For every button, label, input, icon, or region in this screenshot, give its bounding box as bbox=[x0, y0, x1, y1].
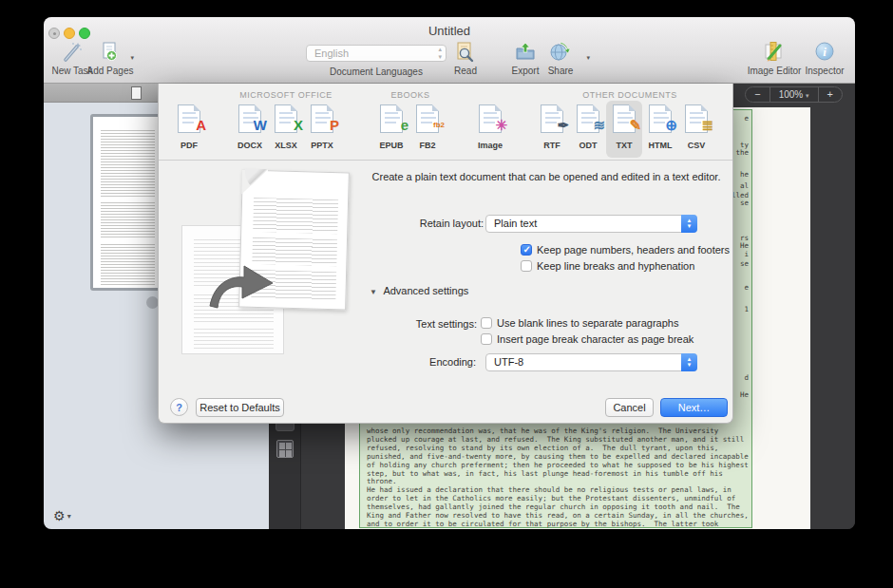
help-button[interactable]: ? bbox=[170, 398, 188, 416]
epub-glyph-icon: e bbox=[401, 118, 408, 132]
format-label: Image bbox=[472, 141, 508, 150]
convert-arrow-icon bbox=[204, 256, 280, 313]
format-label: ODT bbox=[570, 141, 606, 150]
format-docx[interactable]: WDOCX bbox=[232, 101, 268, 158]
pages-tab-icon[interactable] bbox=[131, 86, 142, 100]
format-pptx[interactable]: PPPTX bbox=[304, 101, 340, 158]
cancel-button[interactable]: Cancel bbox=[605, 398, 654, 417]
image-glyph-icon: ✳ bbox=[495, 118, 507, 132]
page-thumbnail[interactable] bbox=[90, 114, 162, 291]
category-microsoft-office: MICROSOFT OFFICE bbox=[229, 90, 343, 100]
format-epub[interactable]: eEPUB bbox=[373, 101, 409, 158]
ocr-text-fragment: i bbox=[744, 250, 749, 258]
format-label: EPUB bbox=[373, 141, 409, 150]
document-page-icon bbox=[380, 104, 403, 133]
read-label: Read bbox=[432, 66, 499, 76]
divider bbox=[159, 160, 732, 161]
format-label: DOCX bbox=[232, 141, 268, 150]
zoom-control: − 100% ▾ + bbox=[745, 86, 843, 103]
share-label: Share bbox=[527, 66, 594, 76]
ocr-text: whose only recommendation was, that he w… bbox=[367, 427, 749, 529]
app-window: Untitled New Task bbox=[44, 17, 855, 529]
thumbnail-text-block bbox=[101, 202, 155, 238]
format-fb2[interactable]: fb2FB2 bbox=[409, 101, 446, 158]
language-select[interactable]: English ▴▾ bbox=[306, 45, 446, 62]
format-label: TXT bbox=[606, 141, 642, 150]
pdf-glyph-icon: A bbox=[196, 118, 206, 132]
text-settings-label: Text settings: bbox=[344, 318, 477, 330]
zoom-in-button[interactable]: + bbox=[819, 87, 842, 102]
ocr-text-fragment: he bbox=[740, 170, 749, 179]
add-pages-label: Add Pages bbox=[77, 66, 143, 76]
ocr-text-fragment: He bbox=[740, 241, 749, 250]
fb2-glyph-icon: fb2 bbox=[433, 118, 445, 132]
ocr-text-fragment: He bbox=[740, 390, 749, 399]
format-rtf[interactable]: ✒RTF bbox=[534, 101, 570, 158]
ocr-text-fragment: al bbox=[740, 181, 749, 190]
popup-stepper-icon: ▲▼ bbox=[681, 215, 697, 233]
inspector-button[interactable]: i Inspector bbox=[791, 41, 855, 76]
advanced-settings-disclosure[interactable]: ▼ Advanced settings bbox=[370, 285, 468, 296]
page-break-checkbox[interactable]: Insert page break character as page brea… bbox=[481, 333, 694, 345]
zoom-level-button[interactable]: 100% ▾ bbox=[770, 87, 819, 102]
inspector-label: Inspector bbox=[791, 66, 855, 76]
ocr-text-fragment: se bbox=[740, 259, 749, 268]
retain-layout-label: Retain layout: bbox=[351, 218, 484, 229]
format-odt[interactable]: ≋ODT bbox=[570, 101, 606, 158]
rtf-glyph-icon: ✒ bbox=[557, 118, 569, 132]
ocr-text-fragment: se bbox=[740, 199, 749, 207]
zoom-out-button[interactable]: − bbox=[746, 87, 769, 102]
checkbox-unchecked-icon bbox=[481, 333, 492, 345]
grid-tool-icon[interactable] bbox=[276, 440, 294, 458]
share-globe-icon: ▾ bbox=[527, 41, 594, 64]
format-pdf[interactable]: APDF bbox=[171, 101, 207, 158]
read-button[interactable]: Read bbox=[432, 41, 499, 76]
reset-defaults-button[interactable]: Reset to Defaults bbox=[196, 398, 284, 417]
format-row: APDFWDOCXXXLSXPPPTXeEPUBfb2FB2✳Image✒RTF… bbox=[171, 101, 714, 158]
format-image[interactable]: ✳Image bbox=[472, 101, 508, 158]
txt-glyph-icon: ✎ bbox=[629, 118, 641, 132]
next-button[interactable]: Next… bbox=[660, 398, 728, 417]
blank-lines-checkbox[interactable]: Use blank lines to separate paragraphs bbox=[481, 317, 678, 329]
format-html[interactable]: ⊕HTML bbox=[642, 101, 678, 158]
thumbnail-text-block bbox=[101, 130, 155, 197]
format-label: XLSX bbox=[268, 141, 304, 150]
ocr-text-fragment: e bbox=[744, 283, 749, 292]
format-txt[interactable]: ✎TXT bbox=[606, 101, 642, 158]
ocr-text-fragment: 1 bbox=[744, 305, 749, 313]
export-dialog: MICROSOFT OFFICE EBOOKS OTHER DOCUMENTS … bbox=[158, 84, 733, 424]
category-ebooks: EBOOKS bbox=[372, 90, 448, 100]
share-menu-caret: ▾ bbox=[586, 54, 590, 62]
format-description: Create a plain text document that can be… bbox=[371, 171, 721, 182]
format-label: RTF bbox=[534, 141, 570, 150]
category-other-documents: OTHER DOCUMENTS bbox=[563, 90, 696, 100]
ocr-text-fragment: the bbox=[735, 148, 749, 157]
retain-layout-popup[interactable]: Plain text ▲▼ bbox=[485, 215, 697, 233]
sidebar-options-gear-button[interactable]: ⚙ ▾ bbox=[53, 508, 71, 523]
odt-glyph-icon: ≋ bbox=[593, 118, 605, 132]
conversion-preview-illustration bbox=[178, 169, 354, 359]
format-label: HTML bbox=[642, 141, 678, 150]
read-icon bbox=[432, 41, 499, 64]
xlsx-glyph-icon: X bbox=[294, 118, 303, 132]
keep-page-numbers-checkbox[interactable]: Keep page numbers, headers and footers bbox=[521, 244, 730, 256]
format-xlsx[interactable]: XXLSX bbox=[268, 101, 304, 158]
format-label: PPTX bbox=[304, 141, 340, 150]
add-pages-icon: ▾ bbox=[77, 41, 143, 64]
docx-glyph-icon: W bbox=[254, 118, 267, 132]
add-pages-menu-caret: ▾ bbox=[130, 54, 134, 62]
encoding-label: Encoding: bbox=[343, 356, 476, 368]
format-csv[interactable]: ≣CSV bbox=[678, 101, 714, 158]
window-chrome: Untitled New Task bbox=[44, 17, 855, 84]
checkbox-unchecked-icon bbox=[521, 260, 532, 272]
encoding-popup[interactable]: UTF-8 ▲▼ bbox=[485, 353, 697, 371]
share-button[interactable]: ▾ Share bbox=[527, 41, 594, 76]
keep-line-breaks-checkbox[interactable]: Keep line breaks and hyphenation bbox=[521, 260, 694, 272]
add-pages-button[interactable]: ▾ Add Pages bbox=[77, 41, 143, 76]
ocr-text-fragment: d bbox=[744, 373, 749, 382]
disclosure-triangle-icon: ▼ bbox=[370, 288, 377, 296]
checkbox-checked-icon bbox=[521, 244, 532, 256]
format-label: CSV bbox=[678, 141, 714, 150]
svg-text:i: i bbox=[823, 45, 826, 59]
format-label: PDF bbox=[171, 141, 207, 150]
